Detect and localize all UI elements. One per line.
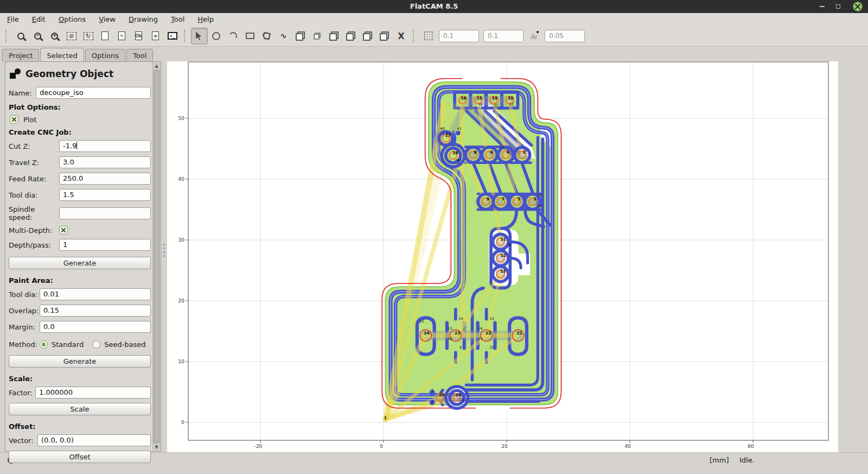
move-objects-tool-icon [380,31,389,41]
maximize-button[interactable] [833,2,843,11]
intersection-tool-button[interactable] [342,28,359,45]
zoom-fit-button[interactable] [12,28,29,45]
svg-text:41: 41 [457,127,461,131]
new-object-button[interactable] [97,28,113,45]
replot-icon: ↻ [84,32,93,40]
factor-input[interactable]: 1.000000 [35,387,151,399]
svg-text:25: 25 [419,319,424,324]
spindle-speed-input[interactable] [59,207,151,219]
svg-text:40: 40 [624,444,631,449]
tab-tool[interactable]: Tool [126,49,153,61]
units-label: [mm] [710,456,729,464]
tab-options[interactable]: Options [85,49,125,61]
close-button[interactable] [853,2,863,11]
menu-item-help[interactable]: Help [197,15,214,23]
menu-item-options[interactable]: Options [59,15,86,23]
multi-depth-checkbox[interactable] [59,226,68,235]
scroll-up-arrow[interactable]: ▲ [153,64,160,68]
panel-splitter[interactable] [162,61,167,452]
delete-object-button[interactable]: ⊗ [147,28,164,45]
vector-input[interactable]: (0.0, 0.0) [37,434,151,446]
svg-text:30: 30 [538,193,542,198]
overlap-input[interactable]: 0.15 [40,305,151,317]
svg-text:23: 23 [455,331,460,336]
tab-project[interactable]: Project [2,49,39,61]
depth-pass-input[interactable]: 1 [59,239,151,251]
menu-item-file[interactable]: File [7,15,19,23]
svg-text:15: 15 [478,337,482,341]
polygon-tool-button[interactable] [258,28,275,45]
move-objects-tool-button[interactable] [376,28,393,45]
plot-checkbox[interactable] [10,115,18,124]
zoom-fit-icon [17,33,24,40]
menu-item-edit[interactable]: Edit [32,15,46,23]
svg-text:10: 10 [508,96,513,100]
rectangle-tool-button[interactable] [241,28,258,45]
svg-text:32: 32 [509,103,513,107]
select-tool-button[interactable] [191,28,208,45]
copy-objects-tool-icon [296,31,305,41]
shell-toggle-button[interactable]: >_ [164,28,181,45]
paint-tool-dia-input[interactable]: 0.01 [40,288,151,300]
minimize-button[interactable] [817,2,827,11]
tool-dia-input[interactable]: 1.5 [59,189,151,201]
corner-snap-toggle-button[interactable] [526,28,542,45]
replot-button[interactable]: ↻ [80,28,97,45]
svg-text:5: 5 [518,197,520,201]
menu-item-tool[interactable]: Tool [171,15,184,23]
union-tool-button[interactable] [326,28,342,45]
offset-button[interactable]: Offset [9,451,151,463]
method-standard-radio[interactable] [40,340,48,349]
scrollbar-thumb[interactable] [154,70,159,443]
clear-plot-button[interactable]: ⊘ [63,28,80,45]
method-standard-label: Standard [52,340,84,349]
name-input[interactable]: decoupe_iso [36,87,151,99]
feed-rate-input[interactable]: 250.0 [59,173,151,185]
svg-text:10: 10 [178,359,185,364]
panel-scrollbar[interactable]: ▲ ▼ [152,62,160,451]
update-geometry-button[interactable]: Ok [130,28,147,45]
zoom-in-button[interactable] [46,28,63,45]
buffer-tool-button[interactable] [309,28,326,45]
shell-toggle-icon: >_ [168,32,177,40]
menu-item-drawing[interactable]: Drawing [129,15,158,23]
svg-text:29: 29 [538,204,542,208]
path-tool-button[interactable]: ∿ [275,28,292,45]
snap-max-input[interactable]: 0.05 [545,30,585,42]
menu-item-view[interactable]: View [99,15,116,23]
zoom-in-icon [51,33,58,40]
svg-text:21: 21 [517,331,522,336]
copy-objects-tool-button[interactable] [292,28,309,45]
cut-z-input[interactable]: -1.9 [59,140,151,152]
svg-text:13: 13 [500,269,506,274]
grid-y-input[interactable]: 0.1 [483,30,524,42]
svg-text:13: 13 [448,326,452,331]
zoom-out-button[interactable] [29,28,46,45]
svg-text:9: 9 [487,197,489,201]
paint-generate-button[interactable]: Generate [9,355,151,368]
margin-input[interactable]: 0.0 [40,321,151,333]
plot-canvas[interactable]: -200204060010203040501615141017188642975… [167,61,838,452]
delete-shape-tool-button[interactable]: X [393,28,410,45]
subtract-tool-button[interactable] [359,28,376,45]
method-seed-radio[interactable] [92,340,100,349]
grid-snap-toggle-button[interactable] [420,28,437,45]
circle-tool-button[interactable] [208,28,225,45]
toolbar-separator [5,29,10,42]
edit-geometry-button[interactable]: ✎ [113,28,130,45]
scroll-down-arrow[interactable]: ▼ [153,445,160,450]
scale-button[interactable]: Scale [9,403,151,415]
status-text: Idle. [739,456,755,464]
travel-z-input[interactable]: 3.0 [59,156,151,168]
grid-x-input[interactable]: 0.1 [439,30,479,42]
svg-text:32: 32 [500,145,504,149]
svg-text:30: 30 [178,237,185,243]
svg-text:42: 42 [446,131,450,136]
cnc-generate-button[interactable]: Generate [9,257,151,269]
svg-text:40: 40 [178,176,185,182]
arc-tool-button[interactable] [225,28,241,45]
toolbar-separator [184,29,188,42]
minimize-icon [820,6,825,7]
tab-selected[interactable]: Selected [40,48,84,61]
overlap-label: Overlap: [9,307,40,315]
